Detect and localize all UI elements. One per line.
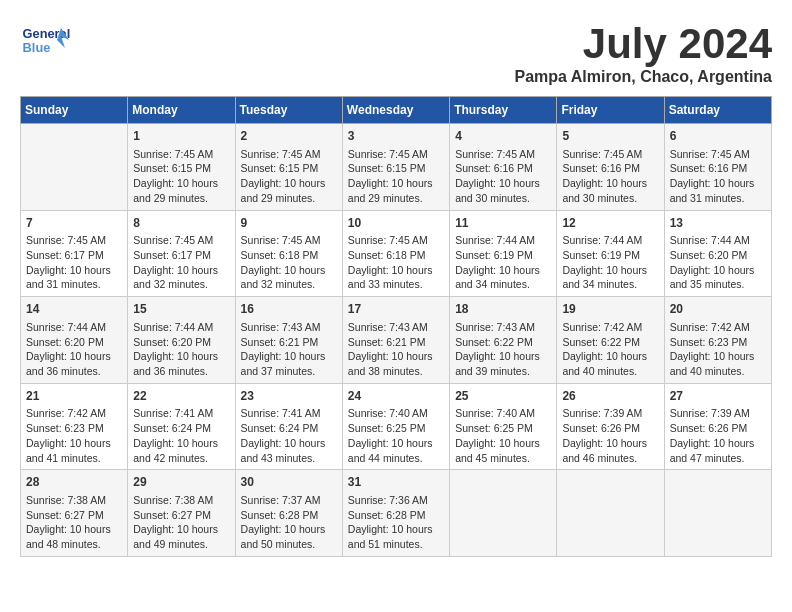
cell-content: Sunrise: 7:42 AM Sunset: 6:22 PM Dayligh… — [562, 320, 658, 379]
cell-content: Sunrise: 7:42 AM Sunset: 6:23 PM Dayligh… — [670, 320, 766, 379]
day-number: 10 — [348, 215, 444, 232]
calendar-cell: 20Sunrise: 7:42 AM Sunset: 6:23 PM Dayli… — [664, 297, 771, 384]
cell-content: Sunrise: 7:45 AM Sunset: 6:17 PM Dayligh… — [133, 233, 229, 292]
day-number: 21 — [26, 388, 122, 405]
day-number: 20 — [670, 301, 766, 318]
calendar-week-row: 7Sunrise: 7:45 AM Sunset: 6:17 PM Daylig… — [21, 210, 772, 297]
calendar-cell: 29Sunrise: 7:38 AM Sunset: 6:27 PM Dayli… — [128, 470, 235, 557]
day-header-wednesday: Wednesday — [342, 97, 449, 124]
calendar-cell: 14Sunrise: 7:44 AM Sunset: 6:20 PM Dayli… — [21, 297, 128, 384]
cell-content: Sunrise: 7:45 AM Sunset: 6:16 PM Dayligh… — [455, 147, 551, 206]
day-number: 6 — [670, 128, 766, 145]
calendar-week-row: 1Sunrise: 7:45 AM Sunset: 6:15 PM Daylig… — [21, 124, 772, 211]
day-header-sunday: Sunday — [21, 97, 128, 124]
cell-content: Sunrise: 7:44 AM Sunset: 6:20 PM Dayligh… — [26, 320, 122, 379]
cell-content: Sunrise: 7:44 AM Sunset: 6:19 PM Dayligh… — [562, 233, 658, 292]
day-header-thursday: Thursday — [450, 97, 557, 124]
calendar-cell: 23Sunrise: 7:41 AM Sunset: 6:24 PM Dayli… — [235, 383, 342, 470]
calendar-cell: 9Sunrise: 7:45 AM Sunset: 6:18 PM Daylig… — [235, 210, 342, 297]
calendar-week-row: 28Sunrise: 7:38 AM Sunset: 6:27 PM Dayli… — [21, 470, 772, 557]
calendar-cell: 19Sunrise: 7:42 AM Sunset: 6:22 PM Dayli… — [557, 297, 664, 384]
day-number: 4 — [455, 128, 551, 145]
calendar-cell: 21Sunrise: 7:42 AM Sunset: 6:23 PM Dayli… — [21, 383, 128, 470]
day-number: 11 — [455, 215, 551, 232]
day-number: 7 — [26, 215, 122, 232]
calendar-cell: 31Sunrise: 7:36 AM Sunset: 6:28 PM Dayli… — [342, 470, 449, 557]
day-number: 18 — [455, 301, 551, 318]
calendar-cell: 1Sunrise: 7:45 AM Sunset: 6:15 PM Daylig… — [128, 124, 235, 211]
calendar-cell: 13Sunrise: 7:44 AM Sunset: 6:20 PM Dayli… — [664, 210, 771, 297]
cell-content: Sunrise: 7:45 AM Sunset: 6:15 PM Dayligh… — [241, 147, 337, 206]
calendar-week-row: 21Sunrise: 7:42 AM Sunset: 6:23 PM Dayli… — [21, 383, 772, 470]
day-number: 8 — [133, 215, 229, 232]
calendar-cell: 3Sunrise: 7:45 AM Sunset: 6:15 PM Daylig… — [342, 124, 449, 211]
calendar-cell: 26Sunrise: 7:39 AM Sunset: 6:26 PM Dayli… — [557, 383, 664, 470]
cell-content: Sunrise: 7:45 AM Sunset: 6:18 PM Dayligh… — [348, 233, 444, 292]
day-number: 23 — [241, 388, 337, 405]
calendar-table: SundayMondayTuesdayWednesdayThursdayFrid… — [20, 96, 772, 557]
cell-content: Sunrise: 7:40 AM Sunset: 6:25 PM Dayligh… — [348, 406, 444, 465]
calendar-week-row: 14Sunrise: 7:44 AM Sunset: 6:20 PM Dayli… — [21, 297, 772, 384]
day-number: 27 — [670, 388, 766, 405]
calendar-cell: 11Sunrise: 7:44 AM Sunset: 6:19 PM Dayli… — [450, 210, 557, 297]
day-number: 30 — [241, 474, 337, 491]
calendar-cell: 16Sunrise: 7:43 AM Sunset: 6:21 PM Dayli… — [235, 297, 342, 384]
cell-content: Sunrise: 7:41 AM Sunset: 6:24 PM Dayligh… — [241, 406, 337, 465]
cell-content: Sunrise: 7:45 AM Sunset: 6:15 PM Dayligh… — [133, 147, 229, 206]
cell-content: Sunrise: 7:43 AM Sunset: 6:21 PM Dayligh… — [241, 320, 337, 379]
calendar-cell: 22Sunrise: 7:41 AM Sunset: 6:24 PM Dayli… — [128, 383, 235, 470]
calendar-cell: 2Sunrise: 7:45 AM Sunset: 6:15 PM Daylig… — [235, 124, 342, 211]
day-header-saturday: Saturday — [664, 97, 771, 124]
calendar-cell: 17Sunrise: 7:43 AM Sunset: 6:21 PM Dayli… — [342, 297, 449, 384]
calendar-cell: 7Sunrise: 7:45 AM Sunset: 6:17 PM Daylig… — [21, 210, 128, 297]
calendar-cell: 4Sunrise: 7:45 AM Sunset: 6:16 PM Daylig… — [450, 124, 557, 211]
cell-content: Sunrise: 7:39 AM Sunset: 6:26 PM Dayligh… — [670, 406, 766, 465]
day-number: 13 — [670, 215, 766, 232]
day-number: 5 — [562, 128, 658, 145]
cell-content: Sunrise: 7:36 AM Sunset: 6:28 PM Dayligh… — [348, 493, 444, 552]
day-number: 19 — [562, 301, 658, 318]
calendar-cell: 5Sunrise: 7:45 AM Sunset: 6:16 PM Daylig… — [557, 124, 664, 211]
cell-content: Sunrise: 7:45 AM Sunset: 6:15 PM Dayligh… — [348, 147, 444, 206]
logo-icon: General Blue — [20, 20, 70, 60]
cell-content: Sunrise: 7:45 AM Sunset: 6:16 PM Dayligh… — [562, 147, 658, 206]
cell-content: Sunrise: 7:37 AM Sunset: 6:28 PM Dayligh… — [241, 493, 337, 552]
day-number: 2 — [241, 128, 337, 145]
cell-content: Sunrise: 7:42 AM Sunset: 6:23 PM Dayligh… — [26, 406, 122, 465]
cell-content: Sunrise: 7:45 AM Sunset: 6:16 PM Dayligh… — [670, 147, 766, 206]
day-header-tuesday: Tuesday — [235, 97, 342, 124]
day-number: 9 — [241, 215, 337, 232]
cell-content: Sunrise: 7:41 AM Sunset: 6:24 PM Dayligh… — [133, 406, 229, 465]
calendar-cell: 8Sunrise: 7:45 AM Sunset: 6:17 PM Daylig… — [128, 210, 235, 297]
cell-content: Sunrise: 7:43 AM Sunset: 6:22 PM Dayligh… — [455, 320, 551, 379]
calendar-cell — [21, 124, 128, 211]
calendar-cell — [450, 470, 557, 557]
calendar-cell: 6Sunrise: 7:45 AM Sunset: 6:16 PM Daylig… — [664, 124, 771, 211]
day-header-friday: Friday — [557, 97, 664, 124]
day-number: 17 — [348, 301, 444, 318]
cell-content: Sunrise: 7:45 AM Sunset: 6:17 PM Dayligh… — [26, 233, 122, 292]
svg-text:Blue: Blue — [23, 40, 51, 55]
calendar-cell — [664, 470, 771, 557]
cell-content: Sunrise: 7:39 AM Sunset: 6:26 PM Dayligh… — [562, 406, 658, 465]
day-number: 1 — [133, 128, 229, 145]
calendar-cell: 28Sunrise: 7:38 AM Sunset: 6:27 PM Dayli… — [21, 470, 128, 557]
day-number: 28 — [26, 474, 122, 491]
day-header-monday: Monday — [128, 97, 235, 124]
location-title: Pampa Almiron, Chaco, Argentina — [514, 68, 772, 86]
day-number: 25 — [455, 388, 551, 405]
cell-content: Sunrise: 7:40 AM Sunset: 6:25 PM Dayligh… — [455, 406, 551, 465]
day-number: 14 — [26, 301, 122, 318]
day-number: 15 — [133, 301, 229, 318]
calendar-cell: 12Sunrise: 7:44 AM Sunset: 6:19 PM Dayli… — [557, 210, 664, 297]
cell-content: Sunrise: 7:43 AM Sunset: 6:21 PM Dayligh… — [348, 320, 444, 379]
day-number: 29 — [133, 474, 229, 491]
calendar-cell: 30Sunrise: 7:37 AM Sunset: 6:28 PM Dayli… — [235, 470, 342, 557]
header: General Blue July 2024 Pampa Almiron, Ch… — [20, 20, 772, 86]
day-number: 12 — [562, 215, 658, 232]
day-number: 22 — [133, 388, 229, 405]
day-number: 3 — [348, 128, 444, 145]
calendar-cell: 10Sunrise: 7:45 AM Sunset: 6:18 PM Dayli… — [342, 210, 449, 297]
title-area: July 2024 Pampa Almiron, Chaco, Argentin… — [514, 20, 772, 86]
calendar-cell: 27Sunrise: 7:39 AM Sunset: 6:26 PM Dayli… — [664, 383, 771, 470]
